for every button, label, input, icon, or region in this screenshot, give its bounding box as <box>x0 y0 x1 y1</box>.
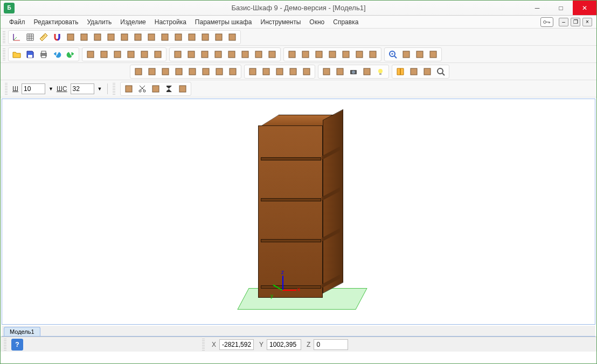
width-s-input[interactable] <box>71 83 94 94</box>
line2-icon[interactable] <box>118 31 131 44</box>
camera-icon[interactable] <box>347 65 360 78</box>
axes-icon[interactable] <box>10 31 23 44</box>
menu-file[interactable]: Файл <box>5 17 30 27</box>
logo-icon[interactable] <box>122 82 135 95</box>
wire3[interactable] <box>300 65 313 78</box>
zoom-icon[interactable] <box>386 48 399 61</box>
menu-cabinet-params[interactable]: Параметры шкафа <box>191 17 256 27</box>
panel1-icon[interactable] <box>199 31 212 44</box>
dely-icon[interactable] <box>172 31 185 44</box>
cube5[interactable] <box>186 65 199 78</box>
mirror-icon[interactable] <box>212 31 225 44</box>
snap3-icon[interactable] <box>91 31 104 44</box>
save-icon[interactable] <box>24 48 37 61</box>
hinge-icon[interactable] <box>239 48 252 61</box>
menu-product[interactable]: Изделие <box>116 17 150 27</box>
door5-icon[interactable] <box>225 48 238 61</box>
grid2[interactable] <box>320 65 333 78</box>
fit-icon[interactable] <box>400 48 413 61</box>
wire1[interactable] <box>273 65 286 78</box>
ruler-icon[interactable] <box>37 31 50 44</box>
menu-help[interactable]: Справка <box>329 17 363 27</box>
people-icon[interactable] <box>176 82 189 95</box>
flip-icon[interactable] <box>226 31 239 44</box>
toolbar-handle[interactable] <box>113 83 115 95</box>
box6-icon[interactable] <box>151 48 164 61</box>
bulb-icon[interactable] <box>374 65 387 78</box>
menu-delete[interactable]: Удалить <box>82 17 116 27</box>
door3-icon[interactable] <box>198 48 211 61</box>
mdi-minimize-button[interactable]: – <box>559 18 568 26</box>
door2-icon[interactable] <box>185 48 198 61</box>
box4-icon[interactable] <box>124 48 137 61</box>
spring3-icon[interactable] <box>339 48 352 61</box>
wheel-icon[interactable] <box>252 48 265 61</box>
view1[interactable] <box>334 65 346 78</box>
mdi-restore-button[interactable]: ❐ <box>571 18 580 26</box>
toolbar-handle[interactable] <box>5 83 8 95</box>
print-icon[interactable] <box>37 48 50 61</box>
redo-icon[interactable] <box>64 48 77 61</box>
spring1-icon[interactable] <box>313 48 325 61</box>
size-icon[interactable] <box>427 48 440 61</box>
menu-settings[interactable]: Настройка <box>150 17 191 27</box>
grid-icon[interactable] <box>24 31 37 44</box>
document-tab[interactable]: Модель1 <box>4 327 40 336</box>
spring4-icon[interactable] <box>353 48 366 61</box>
box3-icon[interactable] <box>111 48 124 61</box>
line3-icon[interactable] <box>131 31 144 44</box>
line1-icon[interactable] <box>105 31 117 44</box>
open-icon[interactable] <box>10 48 23 61</box>
cube4[interactable] <box>172 65 185 78</box>
window-icon[interactable] <box>413 48 426 61</box>
snap2-icon[interactable] <box>78 31 91 44</box>
refresh-icon[interactable] <box>199 65 212 78</box>
door4-icon[interactable] <box>212 48 225 61</box>
width-input[interactable] <box>22 83 45 94</box>
cube1[interactable] <box>132 65 145 78</box>
catalog-icon[interactable] <box>407 65 420 78</box>
book-icon[interactable] <box>394 65 407 78</box>
search-icon[interactable] <box>434 65 447 78</box>
square-icon[interactable] <box>185 31 198 44</box>
toolbar-handle[interactable] <box>3 48 5 60</box>
spring2-icon[interactable] <box>326 48 339 61</box>
viewport-3d[interactable]: z x y <box>2 99 595 325</box>
toolbar-handle[interactable] <box>202 339 205 351</box>
cabinet-model[interactable]: z x y <box>258 115 339 300</box>
toolbar-handle[interactable] <box>3 31 5 43</box>
cut-icon[interactable] <box>136 82 149 95</box>
delx-icon[interactable] <box>158 31 171 44</box>
security-key-icon[interactable] <box>540 17 553 27</box>
wire2[interactable] <box>287 65 300 78</box>
menu-window[interactable]: Окно <box>305 17 329 27</box>
ungroup-icon[interactable] <box>299 48 312 61</box>
menu-tools[interactable]: Инструменты <box>256 17 306 27</box>
panel-icon[interactable] <box>266 48 279 61</box>
box1-icon[interactable] <box>84 48 97 61</box>
close-button[interactable]: ✕ <box>573 1 596 15</box>
cube3[interactable] <box>159 65 172 78</box>
list-icon[interactable] <box>366 48 379 61</box>
folder2-icon[interactable] <box>360 65 373 78</box>
calc-icon[interactable] <box>421 65 434 78</box>
help-button[interactable]: ? <box>11 339 23 351</box>
box2-icon[interactable] <box>98 48 110 61</box>
maximize-button[interactable]: □ <box>549 1 573 15</box>
mdi-close-button[interactable]: × <box>582 18 592 26</box>
parallel-icon[interactable] <box>145 31 158 44</box>
undo-icon[interactable] <box>51 48 64 61</box>
group-icon[interactable] <box>286 48 298 61</box>
minimize-button[interactable]: ─ <box>525 1 549 15</box>
toolbar-handle[interactable] <box>4 339 6 351</box>
cube2[interactable] <box>145 65 158 78</box>
snap1-icon[interactable] <box>64 31 77 44</box>
menu-edit[interactable]: Редактировать <box>30 17 83 27</box>
sigma-icon[interactable] <box>163 82 176 95</box>
box5-icon[interactable] <box>138 48 151 61</box>
rotate-icon[interactable] <box>226 65 239 78</box>
tex1[interactable] <box>246 65 259 78</box>
magnet-icon[interactable] <box>51 31 64 44</box>
move-icon[interactable] <box>213 65 226 78</box>
tex2[interactable] <box>260 65 273 78</box>
